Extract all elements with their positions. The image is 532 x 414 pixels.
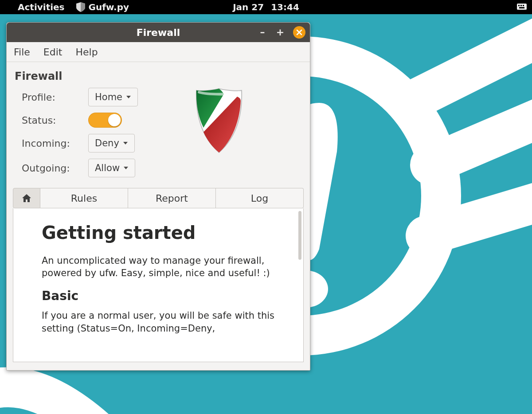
content-h1: Getting started [42, 221, 275, 245]
menu-file[interactable]: File [14, 47, 30, 58]
status-toggle[interactable] [88, 113, 122, 128]
window-title: Firewall [137, 27, 180, 38]
section-heading: Firewall [7, 62, 310, 85]
content-p1: An uncomplicated way to manage your fire… [42, 254, 275, 280]
window-maximize-button[interactable]: + [275, 27, 285, 37]
tab-report[interactable]: Report [128, 188, 216, 208]
close-icon [296, 29, 302, 35]
clock[interactable]: Jan 27 13:44 [233, 2, 299, 12]
svg-rect-10 [523, 5, 524, 6]
menu-help[interactable]: Help [75, 47, 98, 58]
top-app-indicator[interactable]: Gufw.py [76, 2, 129, 12]
window-close-button[interactable] [293, 26, 305, 39]
content-h2: Basic [42, 288, 275, 305]
activities-button[interactable]: Activities [18, 2, 65, 12]
shield-icon [76, 2, 85, 12]
svg-rect-9 [520, 5, 522, 6]
incoming-select[interactable]: Deny [88, 134, 135, 152]
content-p2: If you are a normal user, you will be sa… [42, 309, 275, 335]
tab-bar: Rules Report Log [13, 188, 304, 208]
svg-rect-8 [518, 5, 520, 6]
home-icon [22, 194, 31, 203]
window-titlebar[interactable]: Firewall – + [7, 23, 310, 42]
incoming-label: Incoming: [22, 138, 88, 149]
chevron-down-icon [123, 141, 128, 146]
menu-bar: File Edit Help [7, 42, 310, 62]
tab-log[interactable]: Log [216, 188, 304, 208]
chevron-down-icon [123, 165, 129, 171]
profile-value: Home [95, 92, 122, 102]
window-minimize-button[interactable]: – [258, 27, 267, 37]
content-panel: Getting started An uncomplicated way to … [13, 208, 304, 362]
svg-rect-11 [519, 7, 524, 8]
tab-rules[interactable]: Rules [40, 188, 128, 208]
gnome-top-bar: Activities Gufw.py Jan 27 13:44 [0, 0, 532, 14]
firewall-shield-icon [195, 88, 243, 156]
tab-home[interactable] [13, 188, 40, 208]
chevron-down-icon [126, 94, 131, 100]
menu-edit[interactable]: Edit [43, 47, 63, 58]
outgoing-value: Allow [95, 163, 120, 173]
outgoing-select[interactable]: Allow [88, 159, 135, 177]
keyboard-indicator-icon[interactable] [517, 4, 527, 11]
clock-date: Jan 27 [233, 2, 264, 12]
clock-time: 13:44 [271, 2, 299, 12]
status-label: Status: [22, 115, 88, 126]
top-app-name: Gufw.py [89, 2, 129, 12]
profile-select[interactable]: Home [88, 88, 138, 106]
outgoing-label: Outgoing: [22, 163, 88, 174]
incoming-value: Deny [95, 138, 119, 148]
firewall-window: Firewall – + File Edit Help Firewall Pro… [6, 22, 310, 371]
profile-label: Profile: [22, 92, 88, 103]
scrollbar-thumb[interactable] [298, 211, 301, 260]
svg-rect-7 [517, 4, 527, 10]
